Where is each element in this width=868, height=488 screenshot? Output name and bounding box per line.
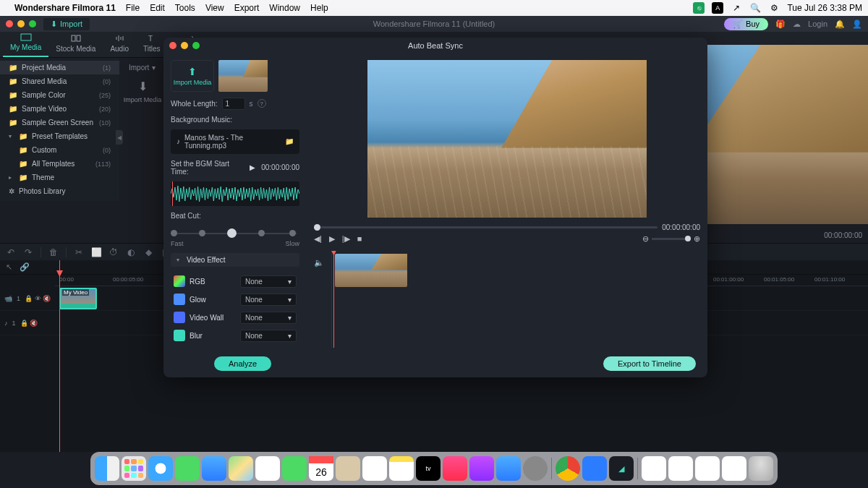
tab-stock-media[interactable]: Stock Media: [48, 29, 103, 57]
dock-trash[interactable]: [749, 456, 773, 481]
fx-select[interactable]: None▾: [240, 330, 297, 342]
import-media-tile[interactable]: ⬇ Import Media: [123, 72, 162, 110]
dock-contacts[interactable]: [336, 456, 360, 481]
avatar-icon[interactable]: 👤: [852, 20, 862, 29]
modal-playhead[interactable]: [333, 251, 334, 348]
audio-file-row[interactable]: ♪ Manos Mars - The Tunning.mp3 📁: [171, 129, 299, 154]
import-button[interactable]: ⬇ Import: [43, 18, 90, 30]
close-window[interactable]: [6, 20, 13, 27]
delete-icon[interactable]: 🗑: [48, 247, 59, 257]
tray-icon-a[interactable]: A: [712, 2, 723, 14]
sidebar-item-custom[interactable]: 📁 Custom(0): [0, 143, 119, 157]
tab-titles[interactable]: TTitles: [136, 29, 168, 57]
sidebar-item-sample-color[interactable]: 📁 Sample Color(25): [0, 88, 119, 102]
dock-mail[interactable]: [202, 456, 226, 481]
sidebar-item-preset-templates[interactable]: ▾📁 Preset Templates: [0, 129, 119, 143]
modal-clip[interactable]: [335, 254, 407, 287]
menu-tools[interactable]: Tools: [175, 3, 195, 13]
undo-icon[interactable]: ↶: [6, 247, 16, 257]
dock-notes[interactable]: [389, 456, 414, 481]
dock-launchpad[interactable]: [122, 456, 146, 481]
dock-safari[interactable]: [148, 456, 173, 481]
dock-folder-2[interactable]: [668, 456, 693, 481]
control-center-icon[interactable]: ⚙: [768, 2, 780, 14]
speed-icon[interactable]: ⏱: [109, 247, 119, 257]
menu-edit[interactable]: Edit: [150, 3, 165, 13]
video-effect-header[interactable]: ▾Video Effect: [171, 253, 299, 267]
fx-select[interactable]: None▾: [240, 294, 297, 306]
clock[interactable]: Tue Jul 26 3:38 PM: [787, 3, 862, 13]
stop-icon[interactable]: ■: [357, 234, 362, 243]
dock-folder-3[interactable]: [695, 456, 720, 481]
modal-timeline-body[interactable]: [331, 251, 700, 348]
fx-select[interactable]: None▾: [240, 275, 297, 288]
menu-window[interactable]: Window: [269, 3, 300, 13]
menu-file[interactable]: File: [126, 3, 140, 13]
sidebar-item-sample-green[interactable]: 📁 Sample Green Screen(10): [0, 116, 119, 129]
color-icon[interactable]: ◐: [126, 247, 136, 257]
fx-select[interactable]: None▾: [240, 312, 297, 324]
sidebar-item-theme[interactable]: ▸📁 Theme: [0, 171, 119, 184]
playhead[interactable]: [59, 260, 60, 452]
dock-music[interactable]: [443, 456, 467, 481]
menu-view[interactable]: View: [205, 3, 224, 13]
dock-tv[interactable]: tv: [416, 456, 441, 481]
sidebar-item-sample-video[interactable]: 📁 Sample Video(20): [0, 102, 119, 116]
bell-icon[interactable]: 🔔: [835, 20, 845, 29]
modal-import-media[interactable]: ⬆ Import Media: [171, 60, 214, 92]
gift-icon[interactable]: 🎁: [775, 20, 786, 29]
play-icon[interactable]: ▶: [329, 234, 335, 244]
keyframe-icon[interactable]: ◆: [143, 247, 153, 257]
dock-messages[interactable]: [175, 456, 200, 481]
modal-preview[interactable]: [367, 60, 647, 218]
play-icon[interactable]: ▶: [250, 163, 255, 171]
video-track-header[interactable]: 📹 1 🔒 👁 🔇: [0, 286, 55, 310]
dock-maps[interactable]: [229, 456, 253, 481]
hand-tool-icon[interactable]: 🔗: [20, 262, 30, 272]
beat-cut-slider[interactable]: FastSlow: [171, 228, 299, 247]
dock-reminders[interactable]: [362, 456, 387, 481]
menu-help[interactable]: Help: [310, 3, 328, 13]
sidebar-item-photos[interactable]: ✲ Photos Library: [0, 184, 119, 198]
help-icon[interactable]: ?: [258, 99, 266, 108]
timeline-clip[interactable]: My Video: [59, 288, 97, 309]
vol-up-icon[interactable]: ⊕: [694, 234, 700, 244]
tab-audio[interactable]: Audio: [103, 29, 136, 57]
maximize-window[interactable]: [29, 20, 36, 27]
window-controls[interactable]: [6, 20, 36, 27]
dock-filmora[interactable]: ◢: [609, 456, 634, 481]
spotlight-icon[interactable]: 🔍: [749, 2, 761, 14]
redo-icon[interactable]: ↷: [23, 247, 33, 257]
folder-icon[interactable]: 📁: [285, 137, 294, 145]
cursor-tool-icon[interactable]: ↖: [6, 262, 12, 272]
dock-facetime[interactable]: [282, 456, 307, 481]
dock-podcasts[interactable]: [469, 456, 494, 481]
modal-media-thumb[interactable]: [218, 60, 268, 92]
volume-slider[interactable]: [652, 238, 691, 240]
audio-track-header[interactable]: ♪ 1 🔒 🔇: [0, 311, 55, 335]
sidebar-item-all-templates[interactable]: 📁 All Templates(113): [0, 157, 119, 171]
dock-app-blue[interactable]: [582, 456, 607, 481]
menu-export[interactable]: Export: [234, 3, 260, 13]
modal-close[interactable]: [169, 42, 176, 49]
dock-folder-4[interactable]: [722, 456, 746, 481]
dock-chrome[interactable]: [556, 456, 580, 481]
sidebar-item-shared-media[interactable]: 📁 Shared Media(0): [0, 74, 119, 88]
sidebar-item-project-media[interactable]: 📁 Project Media(1): [0, 61, 119, 74]
modal-scrub-bar[interactable]: [314, 226, 658, 228]
modal-maximize[interactable]: [192, 42, 200, 49]
buy-button[interactable]: 🛒Buy: [724, 18, 768, 30]
dock-calendar[interactable]: 26: [309, 456, 333, 481]
tab-my-media[interactable]: My Media: [3, 27, 48, 57]
modal-minimize[interactable]: [181, 42, 188, 49]
dock-folder-1[interactable]: [642, 456, 666, 481]
vol-down-icon[interactable]: ⊖: [642, 234, 649, 244]
speaker-icon[interactable]: 🔈: [314, 258, 324, 267]
dock-photos[interactable]: [255, 456, 280, 481]
waveform[interactable]: [171, 181, 299, 206]
panel-collapse-handle[interactable]: ◀: [116, 130, 123, 145]
cloud-icon[interactable]: ☁: [793, 20, 801, 29]
login-link[interactable]: Login: [808, 20, 827, 28]
app-name[interactable]: Wondershare Filmora 11: [14, 3, 116, 13]
split-icon[interactable]: ✂: [74, 247, 84, 257]
